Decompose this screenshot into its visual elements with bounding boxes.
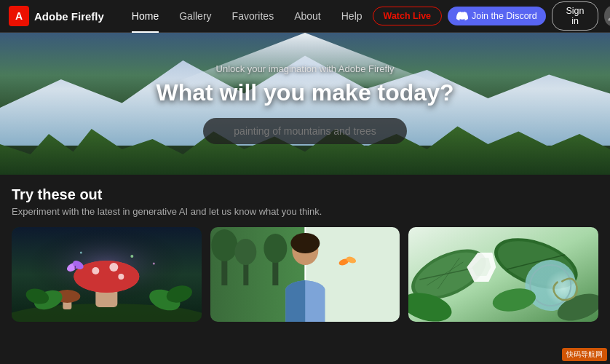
section-description: Experiment with the latest in generative… — [12, 206, 598, 217]
avatar-icon — [607, 10, 610, 22]
hero-subtitle: Unlock your imagination with Adobe Firef… — [216, 63, 395, 74]
hero-section: Unlock your imagination with Adobe Firef… — [0, 33, 610, 175]
watch-live-button[interactable]: Watch Live — [373, 7, 443, 25]
svg-point-27 — [264, 234, 287, 263]
svg-point-5 — [74, 261, 139, 293]
nav-link-gallery[interactable]: Gallery — [169, 0, 221, 33]
discord-button[interactable]: Join the Discord — [448, 7, 546, 25]
card-portrait[interactable] — [210, 227, 400, 322]
watermark: 快码导航网 — [562, 348, 607, 361]
svg-point-20 — [153, 263, 155, 265]
hero-search-input[interactable] — [203, 118, 407, 144]
svg-point-6 — [92, 267, 99, 274]
hero-title: What will you make today? — [157, 79, 454, 106]
svg-point-8 — [118, 274, 124, 280]
navbar: A Adobe Firefly Home Gallery Favorites A… — [0, 0, 610, 33]
svg-point-32 — [290, 233, 320, 253]
brand-name: Adobe Firefly — [34, 10, 104, 23]
nav-actions: Watch Live Join the Discord Sign in — [373, 1, 610, 31]
discord-icon — [456, 10, 468, 22]
discord-label: Join the Discord — [472, 11, 537, 21]
try-these-out-section: Try these out Experiment with the latest… — [0, 175, 610, 329]
svg-point-19 — [80, 252, 82, 254]
hero-content: Unlock your imagination with Adobe Firef… — [0, 33, 610, 175]
nav-link-about[interactable]: About — [284, 0, 331, 33]
section-title: Try these out — [12, 186, 598, 203]
brand-logo[interactable]: A Adobe Firefly — [9, 6, 104, 26]
svg-point-18 — [130, 255, 133, 258]
card-portrait-art — [210, 227, 400, 322]
svg-point-7 — [109, 263, 118, 272]
user-avatar[interactable] — [604, 6, 610, 26]
card-fantasy-art — [12, 227, 202, 322]
nav-link-favorites[interactable]: Favorites — [222, 0, 285, 33]
nav-links: Home Gallery Favorites About Help — [122, 0, 373, 33]
svg-point-25 — [234, 239, 256, 265]
cards-row — [12, 227, 598, 322]
card-botanical-art — [408, 227, 598, 322]
nav-link-help[interactable]: Help — [331, 0, 373, 33]
card-botanical[interactable] — [408, 227, 598, 322]
nav-link-home[interactable]: Home — [122, 0, 169, 33]
svg-point-23 — [211, 229, 237, 261]
signin-button[interactable]: Sign in — [552, 1, 599, 31]
card-fantasy[interactable] — [12, 227, 202, 322]
adobe-icon: A — [9, 6, 29, 26]
